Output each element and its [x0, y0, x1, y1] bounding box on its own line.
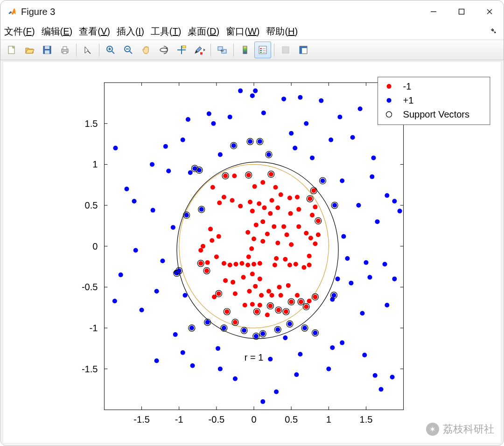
- legend[interactable]: -1 +1 Support Vectors: [378, 77, 490, 125]
- show-tools-button[interactable]: [295, 42, 312, 58]
- svg-rect-10: [63, 47, 67, 49]
- svg-point-123: [304, 231, 308, 236]
- svg-point-267: [362, 353, 367, 357]
- legend-sv: Support Vectors: [403, 109, 469, 119]
- svg-point-103: [311, 188, 316, 193]
- menu-help[interactable]: 帮助(H): [266, 25, 298, 38]
- svg-point-166: [243, 303, 247, 307]
- svg-point-110: [288, 211, 293, 216]
- figure-client: -1.5-1-0.500.511.5-1.5-1-0.500.511.5 r =…: [1, 60, 503, 445]
- insert-colorbar-button[interactable]: [237, 42, 253, 58]
- svg-rect-29: [243, 46, 247, 54]
- titlebar[interactable]: Figure 3: [0, 0, 504, 23]
- brush-button[interactable]: [191, 42, 208, 58]
- svg-point-217: [211, 121, 216, 126]
- svg-point-191: [124, 187, 129, 191]
- open-button[interactable]: [21, 42, 38, 58]
- svg-point-101: [295, 195, 300, 200]
- svg-text:-1: -1: [90, 323, 98, 333]
- svg-point-162: [253, 284, 258, 289]
- svg-point-138: [205, 260, 210, 265]
- svg-point-244: [302, 326, 307, 330]
- zoom-in-button[interactable]: [102, 42, 119, 58]
- save-button[interactable]: [39, 42, 56, 58]
- menu-edit[interactable]: 编辑(E): [42, 25, 73, 38]
- hide-tools-button[interactable]: [277, 42, 294, 58]
- menu-insert[interactable]: 插入(I): [117, 25, 144, 38]
- menubar: 文件(F) 编辑(E) 查看(V) 插入(I) 工具(T) 桌面(D) 窗口(W…: [0, 23, 504, 40]
- new-figure-button[interactable]: [3, 42, 20, 58]
- svg-point-211: [190, 363, 195, 368]
- svg-point-262: [349, 281, 353, 286]
- menu-view[interactable]: 查看(V): [79, 25, 110, 38]
- close-button[interactable]: [476, 0, 504, 23]
- svg-point-240: [293, 146, 297, 150]
- insert-legend-button[interactable]: [254, 42, 271, 58]
- svg-point-254: [332, 293, 336, 298]
- svg-point-260: [341, 234, 346, 239]
- menu-window[interactable]: 窗口(W): [226, 25, 259, 38]
- svg-point-218: [216, 346, 220, 351]
- svg-point-209: [188, 170, 193, 175]
- axes[interactable]: -1.5-1-0.500.511.5-1.5-1-0.500.511.5 r =…: [1, 60, 503, 446]
- svg-point-220: [218, 367, 223, 371]
- svg-point-185: [286, 283, 291, 288]
- svg-point-187: [224, 309, 229, 314]
- svg-point-207: [184, 213, 189, 217]
- svg-point-188: [233, 320, 238, 325]
- svg-point-227: [248, 139, 252, 144]
- menu-file[interactable]: 文件(F): [4, 25, 35, 38]
- print-button[interactable]: [56, 42, 73, 58]
- svg-point-269: [367, 275, 372, 279]
- svg-point-105: [257, 202, 261, 206]
- svg-point-129: [289, 242, 294, 247]
- svg-point-229: [253, 89, 258, 93]
- svg-text:-0.5: -0.5: [82, 282, 98, 292]
- svg-point-132: [246, 255, 251, 259]
- pan-button[interactable]: [138, 42, 154, 58]
- menu-tools[interactable]: 工具(T): [151, 25, 182, 38]
- svg-point-139: [204, 268, 209, 273]
- svg-point-288: [113, 146, 118, 150]
- svg-point-136: [208, 227, 213, 231]
- svg-point-242: [298, 95, 302, 100]
- maximize-button[interactable]: [448, 0, 476, 23]
- svg-point-130: [313, 241, 317, 246]
- svg-point-147: [258, 261, 262, 266]
- svg-point-173: [284, 309, 288, 314]
- rotate-3d-button[interactable]: [155, 42, 172, 58]
- annotation-r: r = 1: [245, 352, 264, 362]
- svg-point-238: [283, 335, 287, 340]
- svg-point-261: [345, 256, 350, 261]
- svg-point-236: [274, 390, 279, 394]
- link-plot-button[interactable]: [214, 42, 231, 58]
- svg-point-270: [370, 174, 374, 179]
- svg-text:-1.5: -1.5: [133, 414, 149, 425]
- zoom-out-button[interactable]: [120, 42, 137, 58]
- edit-plot-button[interactable]: [79, 42, 96, 58]
- svg-point-286: [275, 328, 280, 332]
- svg-point-273: [375, 219, 379, 224]
- data-cursor-button[interactable]: [173, 42, 190, 58]
- svg-point-243: [298, 352, 302, 356]
- svg-point-157: [250, 272, 255, 276]
- svg-point-255: [332, 203, 337, 208]
- menu-desktop[interactable]: 桌面(D): [188, 25, 219, 38]
- svg-point-219: [218, 152, 223, 157]
- undock-icon[interactable]: ➴: [490, 26, 497, 36]
- svg-point-231: [258, 139, 262, 144]
- svg-point-134: [210, 238, 214, 243]
- svg-point-179: [304, 304, 308, 309]
- svg-point-284: [154, 358, 159, 363]
- svg-point-161: [258, 277, 262, 281]
- svg-point-102: [308, 196, 312, 201]
- svg-point-94: [222, 195, 226, 200]
- svg-point-246: [310, 155, 315, 160]
- wechat-icon: ✶: [426, 423, 439, 436]
- svg-point-112: [310, 213, 315, 217]
- svg-rect-40: [300, 46, 307, 48]
- svg-point-222: [228, 115, 232, 119]
- svg-point-99: [279, 192, 283, 197]
- minimize-button[interactable]: [420, 0, 448, 23]
- svg-line-14: [112, 51, 114, 54]
